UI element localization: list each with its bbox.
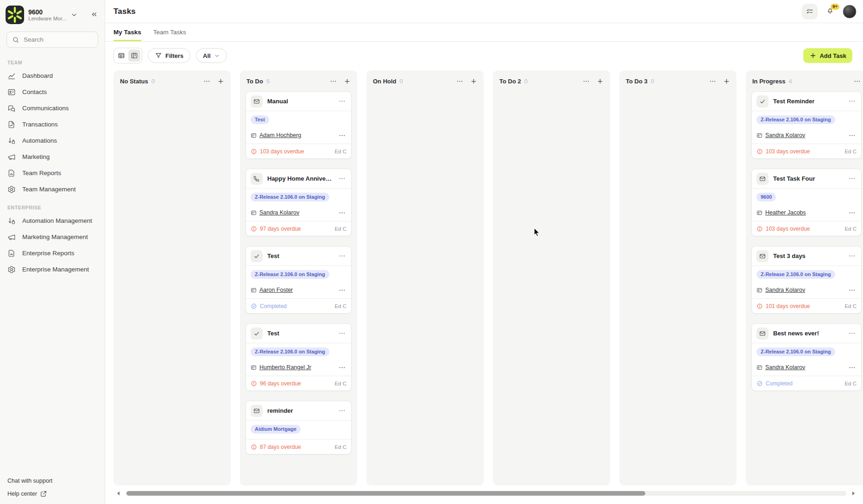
card-menu-button[interactable] bbox=[847, 329, 857, 338]
contact-menu-button[interactable] bbox=[337, 363, 346, 372]
contact-menu-button[interactable] bbox=[337, 131, 346, 140]
card-menu-button[interactable] bbox=[847, 97, 857, 106]
plus-icon bbox=[597, 78, 604, 85]
sidebar-item-communications[interactable]: Communications bbox=[0, 100, 105, 116]
card-menu-button[interactable] bbox=[847, 252, 857, 261]
tab-team-tasks[interactable]: Team Tasks bbox=[153, 23, 186, 41]
column-name: On Hold bbox=[373, 78, 397, 85]
tab-my-tasks[interactable]: My Tasks bbox=[113, 23, 141, 41]
workspace-switcher[interactable]: 9600 Lendware Mor... bbox=[6, 6, 85, 24]
ellipsis-icon bbox=[339, 132, 346, 139]
contact-link[interactable]: Aaron Foster bbox=[259, 287, 334, 293]
task-type-chip bbox=[251, 328, 263, 340]
card-menu-button[interactable] bbox=[337, 329, 346, 338]
column-add-button[interactable] bbox=[216, 76, 225, 86]
contact-menu-button[interactable] bbox=[847, 208, 857, 217]
sidebar-collapse-button[interactable] bbox=[89, 10, 99, 20]
card-contact-row: Adam Hochberg bbox=[251, 131, 346, 140]
card-contact-row: Sandra Kolarov bbox=[251, 208, 346, 217]
notifications-button[interactable]: 9+ bbox=[825, 6, 836, 17]
sidebar-item-contacts[interactable]: Contacts bbox=[0, 84, 105, 100]
toolbar: Filters All Add Task bbox=[105, 42, 863, 68]
contact-link[interactable]: Sandra Kolarov bbox=[765, 132, 844, 139]
column-add-button[interactable] bbox=[469, 76, 478, 86]
task-card[interactable]: Test 3 daysZ-Release 2.106.0 on StagingS… bbox=[751, 246, 862, 314]
sidebar-item-team-reports[interactable]: Team Reports bbox=[0, 165, 105, 181]
task-card[interactable]: Test Task Four9600Heather Jacobs103 days… bbox=[751, 169, 862, 236]
ellipsis-icon bbox=[339, 209, 346, 216]
contact-link[interactable]: Adam Hochberg bbox=[259, 132, 334, 139]
scope-dropdown[interactable]: All bbox=[196, 48, 227, 63]
contact-menu-button[interactable] bbox=[847, 285, 857, 295]
card-menu-button[interactable] bbox=[337, 97, 346, 106]
sidebar-item-automations[interactable]: Automations bbox=[0, 132, 105, 149]
sidebar-item-label: Marketing bbox=[22, 153, 50, 160]
card-menu-button[interactable] bbox=[337, 406, 346, 416]
column-add-button[interactable] bbox=[342, 76, 352, 86]
contact-link[interactable]: Heather Jacobs bbox=[765, 209, 844, 216]
add-task-button[interactable]: Add Task bbox=[803, 48, 852, 63]
card-footer: 103 days overdueEd C bbox=[752, 221, 861, 236]
card-menu-button[interactable] bbox=[847, 174, 857, 183]
task-card[interactable]: reminderAidium Mortgage87 days overdueEd… bbox=[246, 401, 352, 454]
card-tag: Test bbox=[251, 115, 269, 124]
card-body: Z-Release 2.106.0 on StagingAaron Foster bbox=[246, 266, 351, 298]
column-add-button[interactable] bbox=[722, 76, 731, 86]
task-card[interactable]: Best news ever!Z-Release 2.106.0 on Stag… bbox=[751, 323, 862, 391]
sidebar-item-automation-management[interactable]: Automation Management bbox=[0, 213, 105, 229]
scroll-left-button[interactable] bbox=[115, 490, 122, 497]
column-add-button[interactable] bbox=[595, 76, 605, 86]
board-view-icon bbox=[131, 52, 138, 59]
column-menu-button[interactable] bbox=[202, 76, 211, 86]
chat-with-support-link[interactable]: Chat with support bbox=[7, 478, 97, 484]
sidebar-item-transactions[interactable]: Transactions bbox=[0, 116, 105, 132]
table-view-button[interactable] bbox=[115, 50, 127, 62]
scrollbar-thumb[interactable] bbox=[126, 491, 645, 496]
ellipsis-icon bbox=[339, 252, 346, 259]
chevron-down-icon bbox=[214, 53, 220, 59]
contact-link[interactable]: Humberto Rangel Jr bbox=[259, 364, 334, 371]
sidebar-section-label-team: TEAM bbox=[7, 60, 97, 65]
sidebar-item-team-management[interactable]: Team Management bbox=[0, 181, 105, 197]
contact-menu-button[interactable] bbox=[337, 285, 346, 295]
sidebar-item-marketing-management[interactable]: Marketing Management bbox=[0, 229, 105, 245]
table-view-icon bbox=[118, 52, 125, 59]
column-count: 0 bbox=[151, 78, 155, 85]
column-menu-button[interactable] bbox=[708, 76, 717, 86]
sidebar-item-enterprise-management[interactable]: Enterprise Management bbox=[0, 261, 105, 277]
task-list-button[interactable] bbox=[802, 4, 818, 19]
task-card[interactable]: TestZ-Release 2.106.0 on StagingHumberto… bbox=[246, 323, 352, 391]
task-card[interactable]: Test ReminderZ-Release 2.106.0 on Stagin… bbox=[751, 91, 862, 159]
sidebar-item-enterprise-reports[interactable]: Enterprise Reports bbox=[0, 245, 105, 261]
filters-button[interactable]: Filters bbox=[148, 48, 190, 63]
column-menu-button[interactable] bbox=[581, 76, 591, 86]
contact-link[interactable]: Sandra Kolarov bbox=[259, 209, 334, 216]
task-card[interactable]: Happy Home Anniversary!Z-Release 2.106.0… bbox=[246, 169, 352, 236]
column-menu-button[interactable] bbox=[328, 76, 338, 86]
scrollbar-track[interactable] bbox=[126, 491, 846, 496]
assignee-label: Ed C bbox=[844, 149, 857, 154]
column-menu-button[interactable] bbox=[852, 76, 862, 86]
column-menu-button[interactable] bbox=[455, 76, 464, 86]
sidebar-item-marketing[interactable]: Marketing bbox=[0, 149, 105, 165]
card-menu-button[interactable] bbox=[337, 252, 346, 261]
search-input[interactable]: Search bbox=[6, 32, 98, 48]
ellipsis-icon bbox=[339, 330, 346, 337]
help-center-link[interactable]: Help center bbox=[7, 490, 97, 498]
task-card[interactable]: ManualTestAdam Hochberg103 days overdueE… bbox=[246, 91, 352, 159]
contact-menu-button[interactable] bbox=[847, 363, 857, 372]
scroll-right-button[interactable] bbox=[850, 490, 857, 497]
sidebar-item-dashboard[interactable]: Dashboard bbox=[0, 68, 105, 84]
card-menu-button[interactable] bbox=[337, 174, 346, 183]
avatar[interactable] bbox=[843, 5, 857, 19]
task-card[interactable]: TestZ-Release 2.106.0 on StagingAaron Fo… bbox=[246, 246, 352, 314]
contact-menu-button[interactable] bbox=[337, 208, 346, 217]
status-label: Completed bbox=[766, 380, 793, 387]
sidebar-item-label: Communications bbox=[22, 105, 69, 112]
status-label: Completed bbox=[260, 303, 287, 309]
contact-link[interactable]: Sandra Kolarov bbox=[765, 287, 844, 293]
contact-link[interactable]: Sandra Kolarov bbox=[765, 364, 844, 371]
external-link-icon bbox=[40, 490, 47, 498]
board-view-button[interactable] bbox=[128, 50, 140, 62]
contact-menu-button[interactable] bbox=[847, 131, 857, 140]
